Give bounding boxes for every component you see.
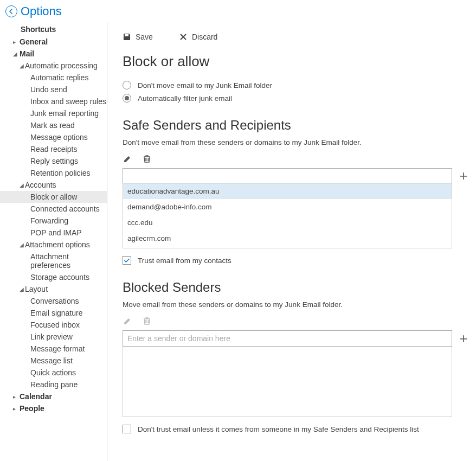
- header-title: Options: [21, 4, 62, 18]
- list-item[interactable]: demand@adobe-info.com: [123, 199, 452, 215]
- sidebar-calendar[interactable]: ▸Calendar: [0, 390, 107, 402]
- plus-icon: +: [459, 331, 467, 345]
- blocked-delete-button[interactable]: [142, 316, 152, 326]
- sidebar-item-connected-accounts[interactable]: Connected accounts: [0, 203, 107, 215]
- sidebar-item-message-options[interactable]: Message options: [0, 131, 107, 143]
- list-item[interactable]: ccc.edu: [123, 215, 452, 230]
- arrow-left-icon: [8, 8, 15, 15]
- close-icon: [179, 33, 188, 41]
- radio-auto-filter-label: Automatically filter junk email: [138, 94, 232, 103]
- blocked-sender-input[interactable]: [123, 330, 452, 347]
- safe-add-button[interactable]: +: [458, 169, 469, 183]
- radio-dont-move-label: Don't move email to my Junk Email folder: [138, 81, 272, 89]
- sidebar-item-conversations[interactable]: Conversations: [0, 295, 107, 307]
- save-button[interactable]: Save: [123, 33, 153, 41]
- blocked-section-desc: Move email from these senders or domains…: [123, 300, 469, 309]
- blocked-section-title: Blocked Senders: [123, 280, 469, 295]
- sidebar-people[interactable]: ▸People: [0, 402, 107, 414]
- sidebar-item-junk-reporting[interactable]: Junk email reporting: [0, 107, 107, 119]
- sidebar-item-email-signature[interactable]: Email signature: [0, 307, 107, 319]
- sidebar-accounts[interactable]: ◢Accounts: [0, 179, 107, 191]
- save-icon: [123, 33, 131, 41]
- dont-trust-checkbox[interactable]: [123, 425, 131, 433]
- safe-sender-input[interactable]: [126, 171, 448, 180]
- sidebar-shortcuts[interactable]: Shortcuts: [0, 24, 107, 36]
- plus-icon: +: [459, 169, 467, 183]
- sidebar-general[interactable]: ▸General: [0, 36, 107, 48]
- sidebar-item-block-allow[interactable]: Block or allow: [0, 191, 107, 203]
- sidebar-item-automatic-replies[interactable]: Automatic replies: [0, 72, 107, 84]
- sidebar: Shortcuts ▸General ◢Mail ◢Automatic proc…: [0, 22, 107, 461]
- sidebar-mail[interactable]: ◢Mail: [0, 48, 107, 60]
- sidebar-item-inbox-rules[interactable]: Inbox and sweep rules: [0, 95, 107, 107]
- blocked-add-button[interactable]: +: [458, 331, 469, 345]
- sidebar-item-forwarding[interactable]: Forwarding: [0, 215, 107, 227]
- sidebar-item-read-receipts[interactable]: Read receipts: [0, 143, 107, 155]
- safe-input-wrapper[interactable]: [123, 168, 452, 183]
- sidebar-automatic-processing[interactable]: ◢Automatic processing: [0, 60, 107, 72]
- page-title: Block or allow: [123, 53, 469, 70]
- sidebar-attachment-options[interactable]: ◢Attachment options: [0, 239, 107, 251]
- radio-auto-filter[interactable]: [123, 94, 131, 103]
- sidebar-item-retention[interactable]: Retention policies: [0, 167, 107, 179]
- check-icon: [124, 257, 130, 264]
- trust-contacts-checkbox[interactable]: [123, 256, 131, 265]
- discard-button[interactable]: Discard: [179, 33, 217, 41]
- sidebar-item-focused-inbox[interactable]: Focused inbox: [0, 319, 107, 331]
- pencil-icon: [123, 155, 132, 163]
- sidebar-item-mark-read[interactable]: Mark as read: [0, 119, 107, 131]
- list-item[interactable]: educationadvantage.com.au: [123, 183, 452, 199]
- radio-dont-move[interactable]: [123, 81, 131, 89]
- sidebar-item-attachment-prefs[interactable]: Attachment preferences: [0, 251, 107, 271]
- dont-trust-label: Don't trust email unless it comes from s…: [138, 425, 419, 433]
- sidebar-item-undo-send[interactable]: Undo send: [0, 84, 107, 95]
- trust-contacts-label: Trust email from my contacts: [138, 257, 231, 265]
- safe-section-desc: Don't move email from these senders or d…: [123, 138, 469, 146]
- sidebar-item-message-format[interactable]: Message format: [0, 343, 107, 355]
- sidebar-item-reply-settings[interactable]: Reply settings: [0, 155, 107, 167]
- sidebar-item-link-preview[interactable]: Link preview: [0, 331, 107, 343]
- sidebar-item-quick-actions[interactable]: Quick actions: [0, 367, 107, 379]
- trash-icon: [143, 317, 151, 325]
- safe-delete-button[interactable]: [142, 154, 152, 164]
- list-item[interactable]: agilecrm.com: [123, 230, 452, 246]
- main-content: Save Discard Block or allow Don't move e…: [107, 22, 476, 461]
- trash-icon: [143, 155, 151, 163]
- sidebar-item-pop-imap[interactable]: POP and IMAP: [0, 227, 107, 239]
- blocked-senders-list: [123, 347, 452, 417]
- sidebar-item-reading-pane[interactable]: Reading pane: [0, 379, 107, 390]
- back-button[interactable]: [5, 5, 17, 17]
- safe-edit-button[interactable]: [123, 154, 132, 164]
- sidebar-item-storage-accounts[interactable]: Storage accounts: [0, 271, 107, 283]
- sidebar-item-message-list[interactable]: Message list: [0, 355, 107, 367]
- blocked-edit-button[interactable]: [123, 316, 132, 326]
- safe-section-title: Safe Senders and Recipients: [123, 118, 469, 133]
- safe-senders-list: educationadvantage.com.au demand@adobe-i…: [123, 183, 452, 248]
- sidebar-layout[interactable]: ◢Layout: [0, 283, 107, 295]
- pencil-icon: [123, 317, 132, 325]
